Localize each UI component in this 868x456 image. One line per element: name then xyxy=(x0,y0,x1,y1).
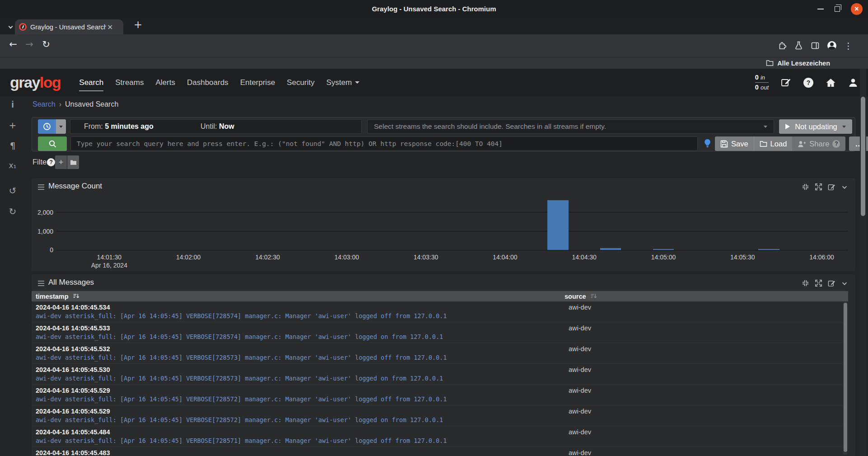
edit-widget-icon[interactable] xyxy=(828,183,835,191)
all-bookmarks-button[interactable]: Alle Lesezeichen xyxy=(777,60,830,67)
tab-title: Graylog - Unsaved Search xyxy=(30,24,106,31)
refresh-controls-button[interactable]: Not updating xyxy=(779,119,852,134)
graylog-logo[interactable]: graylog xyxy=(10,69,61,96)
stream-select[interactable]: Select streams the search should include… xyxy=(367,119,774,134)
edit-widget-icon[interactable] xyxy=(828,279,835,287)
search-query-input[interactable]: Type your search query here and press en… xyxy=(70,136,698,151)
table-row[interactable]: 2024-04-16 14:05:45.532awi-dev asterisk_… xyxy=(32,343,843,364)
histogram-bar[interactable] xyxy=(547,200,569,250)
message-text[interactable]: awi-dev asterisk_full: [Apr 16 14:05:45]… xyxy=(36,354,447,361)
user-icon[interactable] xyxy=(848,78,858,88)
nav-item-dashboards[interactable]: Dashboards xyxy=(181,69,234,96)
save-button[interactable]: Save xyxy=(715,136,754,151)
all-messages-widget: All Messages timestamp source 2024-04-16… xyxy=(32,274,855,456)
sidebar-panel-icon[interactable] xyxy=(811,41,820,50)
chevron-down-icon[interactable] xyxy=(841,280,848,287)
profile-avatar[interactable] xyxy=(827,41,836,50)
nav-item-streams[interactable]: Streams xyxy=(109,69,149,96)
column-header-source[interactable]: source xyxy=(565,293,597,300)
histogram-bar[interactable] xyxy=(758,249,779,250)
caret-down-icon xyxy=(842,126,846,128)
x-axis-tick-label: 14:02:00 xyxy=(176,254,201,261)
table-row[interactable]: 2024-04-16 14:05:45.483awi-dev xyxy=(32,447,843,456)
table-row[interactable]: 2024-04-16 14:05:45.529awi-dev asterisk_… xyxy=(32,405,843,426)
x-axis-tick-label: 14:03:30 xyxy=(414,254,439,261)
message-text[interactable]: awi-dev asterisk_full: [Apr 16 14:05:45]… xyxy=(36,437,447,444)
expand-widget-icon[interactable] xyxy=(815,279,822,287)
help-icon[interactable]: ? xyxy=(803,78,813,88)
column-header-timestamp[interactable]: timestamp xyxy=(32,293,565,300)
forward-icon[interactable]: → xyxy=(23,40,36,49)
new-tab-button[interactable]: + xyxy=(134,19,142,30)
widget-title: All Messages xyxy=(48,278,94,287)
table-row[interactable]: 2024-04-16 14:05:45.484awi-dev asterisk_… xyxy=(32,426,843,447)
drag-handle-icon[interactable] xyxy=(38,184,44,191)
message-text[interactable]: awi-dev asterisk_full: [Apr 16 14:05:45]… xyxy=(36,333,443,340)
back-icon[interactable]: ← xyxy=(6,40,20,49)
nav-item-enterprise[interactable]: Enterprise xyxy=(234,69,281,96)
nav-item-alerts[interactable]: Alerts xyxy=(149,69,181,96)
nav-item-system[interactable]: System xyxy=(321,69,366,96)
nav-item-security[interactable]: Security xyxy=(281,69,320,96)
flask-icon[interactable] xyxy=(794,41,803,50)
browser-tabstrip: Graylog - Unsaved Search × + xyxy=(0,18,868,34)
share-button[interactable]: Share ? xyxy=(792,136,845,151)
clock-icon xyxy=(43,122,51,131)
message-source: awi-dev xyxy=(569,387,591,394)
browser-tab[interactable]: Graylog - Unsaved Search × xyxy=(15,19,123,34)
focus-widget-icon[interactable] xyxy=(802,279,809,287)
folder-icon xyxy=(766,60,774,66)
message-text[interactable]: awi-dev asterisk_full: [Apr 16 14:05:45]… xyxy=(36,312,447,320)
time-range-button[interactable] xyxy=(38,119,56,134)
histogram-bar[interactable] xyxy=(600,248,621,250)
time-range-display[interactable]: From: 5 minutes ago Until: Now xyxy=(70,119,362,134)
sidebar-fields-icon[interactable]: x₁ xyxy=(6,161,19,170)
sidebar-info-icon[interactable]: i xyxy=(6,99,19,110)
message-text[interactable]: awi-dev asterisk_full: [Apr 16 14:05:45]… xyxy=(36,395,447,403)
home-icon[interactable] xyxy=(826,78,836,88)
load-button[interactable]: Load xyxy=(754,136,793,151)
chart-gridline xyxy=(56,231,848,231)
until-value: Now xyxy=(219,122,234,130)
table-row[interactable]: 2024-04-16 14:05:45.530awi-dev asterisk_… xyxy=(32,364,843,385)
filter-folder-button[interactable] xyxy=(67,155,79,169)
x-axis-tick-label: 14:01:30 xyxy=(97,254,122,261)
message-text[interactable]: awi-dev asterisk_full: [Apr 16 14:05:45]… xyxy=(36,375,443,382)
reload-icon[interactable]: ↻ xyxy=(39,40,53,49)
add-filter-button[interactable]: + xyxy=(55,155,67,169)
window-restore-icon[interactable] xyxy=(835,6,840,12)
share-help-icon[interactable]: ? xyxy=(832,140,840,148)
extensions-icon[interactable] xyxy=(778,41,787,50)
scrollbar-thumb[interactable] xyxy=(844,303,847,452)
drag-handle-icon[interactable] xyxy=(38,281,44,287)
sort-desc-icon xyxy=(73,293,79,300)
focus-widget-icon[interactable] xyxy=(802,183,809,191)
message-text[interactable]: awi-dev asterisk_full: [Apr 16 14:05:45]… xyxy=(36,416,443,423)
sidebar-undo-icon[interactable]: ↺ xyxy=(6,186,19,196)
window-minimize-icon[interactable] xyxy=(817,9,824,9)
search-submit-button[interactable] xyxy=(38,136,67,151)
scrollbar-thumb[interactable] xyxy=(861,97,865,216)
expand-widget-icon[interactable] xyxy=(815,183,822,191)
sidebar-formatting-icon[interactable]: ¶ xyxy=(6,141,19,151)
messages-scrollbar[interactable] xyxy=(843,302,847,455)
filters-help-icon[interactable]: ? xyxy=(47,158,55,166)
window-title: Graylog - Unsaved Search - Chromium xyxy=(372,5,496,13)
table-row[interactable]: 2024-04-16 14:05:45.529awi-dev asterisk_… xyxy=(32,385,843,405)
lightbulb-icon[interactable] xyxy=(703,139,712,149)
histogram-bar[interactable] xyxy=(653,249,674,250)
y-axis-tick-label: 0 xyxy=(33,246,53,254)
nav-item-search[interactable]: Search xyxy=(73,69,109,96)
tab-close-icon[interactable]: × xyxy=(107,24,113,31)
browser-menu-kebab-icon[interactable]: ⋮ xyxy=(844,42,853,50)
edit-pencil-icon[interactable] xyxy=(781,77,791,88)
time-range-caret-button[interactable] xyxy=(56,119,66,134)
chevron-down-icon[interactable] xyxy=(841,183,848,191)
window-close-button[interactable]: × xyxy=(851,3,863,15)
table-row[interactable]: 2024-04-16 14:05:45.534awi-dev asterisk_… xyxy=(32,301,843,322)
page-scrollbar[interactable] xyxy=(860,69,866,456)
sidebar-add-icon[interactable]: + xyxy=(6,120,19,131)
sidebar-redo-icon[interactable]: ↻ xyxy=(6,207,19,217)
breadcrumb-search-link[interactable]: Search xyxy=(33,100,56,108)
table-row[interactable]: 2024-04-16 14:05:45.533awi-dev asterisk_… xyxy=(32,322,843,343)
